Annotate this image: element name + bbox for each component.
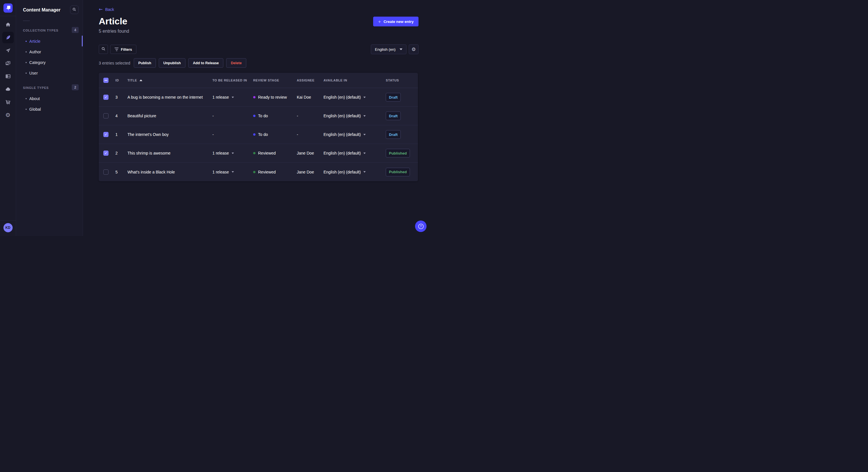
delete-button[interactable]: Delete: [226, 58, 246, 68]
row-release-cell[interactable]: 1 release: [212, 151, 253, 156]
column-header-status[interactable]: STATUS: [386, 78, 413, 82]
feather-icon: [5, 35, 11, 40]
publish-button[interactable]: Publish: [134, 58, 156, 68]
table-row[interactable]: ✓ 1 The internet's Own boy - To do - Eng…: [99, 125, 418, 144]
nav-item-cloud[interactable]: [2, 83, 14, 95]
view-settings-button[interactable]: ⚙: [409, 44, 418, 54]
stage-dot-icon: [253, 171, 255, 173]
column-header-id[interactable]: ID: [115, 78, 127, 82]
column-header-available-in[interactable]: AVAILABLE IN: [323, 78, 386, 82]
nav-item-releases[interactable]: [2, 45, 14, 56]
create-new-entry-button[interactable]: + Create new entry: [373, 16, 418, 26]
nav-item-media-library[interactable]: [2, 58, 14, 69]
main-content: ← Back Article 5 entries found + Create …: [83, 0, 434, 236]
gear-icon: ⚙: [5, 112, 11, 118]
single-types-count-badge: 2: [72, 84, 79, 90]
subnav-search-button[interactable]: [70, 5, 79, 14]
send-icon: [5, 47, 11, 53]
row-status-badge: Published: [386, 149, 410, 158]
row-release-cell[interactable]: 1 release: [212, 95, 253, 100]
rail-divider: [0, 16, 16, 16]
subnav-item-category[interactable]: Category: [16, 57, 83, 68]
row-status-badge: Draft: [386, 111, 401, 120]
row-checkbox[interactable]: ✓: [103, 132, 108, 137]
row-release-cell[interactable]: -: [212, 132, 253, 137]
row-available-in[interactable]: English (en) (default): [323, 170, 386, 174]
cart-icon: [5, 99, 11, 105]
user-avatar[interactable]: KD: [3, 223, 12, 232]
table-row[interactable]: ✓ 2 This shrimp is awesome 1 release Rev…: [99, 144, 418, 163]
column-header-review-stage[interactable]: REVIEW STAGE: [253, 78, 297, 82]
row-id: 1: [115, 132, 127, 137]
column-header-assignee[interactable]: ASSIGNEE: [297, 78, 323, 82]
strapi-logo[interactable]: [3, 3, 12, 12]
stage-dot-icon: [253, 96, 255, 98]
row-id: 3: [115, 95, 127, 100]
chevron-down-icon: [363, 115, 366, 117]
row-title[interactable]: The internet's Own boy: [127, 132, 212, 137]
subnav-item-author[interactable]: Author: [16, 46, 83, 57]
unpublish-button[interactable]: Unpublish: [159, 58, 185, 68]
row-available-value: English (en) (default): [323, 170, 361, 174]
table-search-button[interactable]: [99, 45, 108, 54]
table-row[interactable]: ✓ 3 A bug is becoming a meme on the inte…: [99, 88, 418, 107]
subnav-item-label: Author: [29, 49, 41, 54]
filters-button[interactable]: Filters: [110, 45, 136, 54]
content-manager-subnav: Content Manager COLLECTION TYPES 4 Artic…: [16, 0, 83, 236]
locale-select[interactable]: English (en): [371, 44, 406, 54]
select-all-checkbox[interactable]: ✓: [103, 78, 108, 83]
sort-ascending-icon: [140, 79, 143, 81]
column-header-release[interactable]: TO BE RELEASED IN: [212, 78, 253, 82]
chevron-down-icon: [400, 48, 402, 50]
help-button[interactable]: ?: [415, 221, 427, 232]
nav-item-content-manager[interactable]: [2, 32, 14, 43]
row-stage-value: Reviewed: [258, 170, 276, 174]
table-body: ✓ 3 A bug is becoming a meme on the inte…: [99, 88, 418, 181]
nav-item-settings[interactable]: ⚙: [2, 109, 14, 121]
row-title[interactable]: A bug is becoming a meme on the internet: [127, 95, 212, 100]
row-release-value: -: [212, 132, 214, 137]
row-review-stage: Reviewed: [253, 151, 297, 156]
row-checkbox[interactable]: ✓: [103, 169, 108, 175]
table-row[interactable]: ✓ 4 Beautiful picture - To do - English …: [99, 107, 418, 125]
row-available-in[interactable]: English (en) (default): [323, 95, 386, 100]
row-available-in[interactable]: English (en) (default): [323, 113, 386, 118]
row-review-stage: To do: [253, 113, 297, 118]
rail-footer: KD: [0, 220, 16, 236]
stage-dot-icon: [253, 152, 255, 154]
table-row[interactable]: ✓ 5 What's inside a Black Hole 1 release…: [99, 163, 418, 181]
subnav-item-article[interactable]: Article: [16, 36, 83, 46]
subnav-item-global[interactable]: Global: [16, 104, 83, 114]
subnav-item-about[interactable]: About: [16, 93, 83, 104]
nav-item-marketplace[interactable]: [2, 96, 14, 108]
row-title[interactable]: What's inside a Black Hole: [127, 170, 212, 174]
row-checkbox[interactable]: ✓: [103, 113, 108, 119]
subnav-item-label: Category: [29, 60, 45, 65]
row-release-value: -: [212, 113, 214, 118]
subnav-item-user[interactable]: User: [16, 68, 83, 78]
layout-icon: [5, 73, 11, 79]
nav-item-home[interactable]: [2, 19, 14, 30]
strapi-logo-icon: [6, 6, 10, 10]
entries-table: ✓ ID TITLE TO BE RELEASED IN REVIEW STAG…: [99, 73, 418, 181]
column-header-title[interactable]: TITLE: [127, 78, 212, 82]
subnav-item-label: User: [29, 71, 38, 75]
single-types-section: SINGLE TYPES 2 About Global: [16, 85, 83, 114]
row-title[interactable]: This shrimp is awesome: [127, 151, 212, 156]
row-title[interactable]: Beautiful picture: [127, 113, 212, 118]
nav-item-content-type-builder[interactable]: [2, 71, 14, 82]
row-stage-value: To do: [258, 132, 268, 137]
back-arrow-icon: ←: [99, 7, 102, 12]
row-checkbox[interactable]: ✓: [103, 150, 108, 156]
row-available-in[interactable]: English (en) (default): [323, 151, 386, 156]
back-link[interactable]: ← Back: [99, 7, 114, 12]
row-release-value: 1 release: [212, 170, 229, 174]
add-to-release-button[interactable]: Add to Release: [188, 58, 223, 68]
row-release-cell[interactable]: 1 release: [212, 170, 253, 174]
entries-count: 5 entries found: [99, 29, 129, 34]
row-available-in[interactable]: English (en) (default): [323, 132, 386, 137]
bullet-icon: [26, 62, 27, 63]
cloud-icon: [5, 86, 11, 92]
row-checkbox[interactable]: ✓: [103, 95, 108, 100]
row-release-cell[interactable]: -: [212, 113, 253, 118]
